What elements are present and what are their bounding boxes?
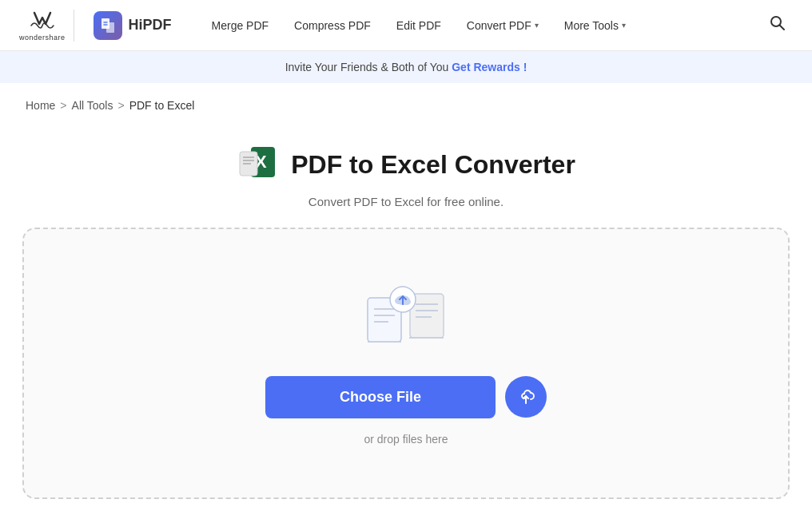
nav-menu: Merge PDF Compress PDF Edit PDF Convert … (201, 13, 762, 38)
cloud-upload-icon (516, 387, 535, 406)
page-header: X PDF to Excel Converter (237, 144, 575, 185)
nav-compress-pdf[interactable]: Compress PDF (283, 13, 382, 38)
hipdf-text: HiPDF (129, 17, 172, 34)
main-content: X PDF to Excel Converter Convert PDF to … (0, 128, 812, 527)
svg-point-21 (403, 299, 411, 305)
logo-divider (74, 10, 74, 42)
breadcrumb-home[interactable]: Home (26, 99, 55, 112)
wondershare-logo[interactable]: wondershare (19, 10, 66, 42)
breadcrumb-current: PDF to Excel (129, 99, 195, 112)
page-title: PDF to Excel Converter (291, 150, 575, 180)
breadcrumb-sep-2: > (117, 99, 124, 112)
breadcrumb-sep-1: > (60, 99, 66, 112)
wondershare-text: wondershare (19, 34, 66, 42)
drop-text: or drop files here (364, 433, 448, 446)
cloud-upload-button[interactable] (505, 376, 547, 418)
hipdf-logo[interactable]: HiPDF (94, 11, 172, 40)
pdf-excel-converter-icon: X (237, 144, 278, 185)
banner-text: Invite Your Friends & Both of You (285, 61, 452, 73)
nav-convert-pdf[interactable]: Convert PDF ▾ (456, 13, 550, 38)
header: wondershare HiPDF Merge PDF Compress PDF… (0, 0, 812, 51)
nav-more-tools[interactable]: More Tools ▾ (553, 13, 637, 38)
logo-area: wondershare HiPDF (19, 10, 172, 42)
svg-rect-1 (106, 22, 114, 33)
svg-point-20 (395, 298, 403, 304)
convert-chevron-icon: ▾ (535, 21, 539, 30)
get-rewards-link[interactable]: Get Rewards ! (452, 61, 527, 73)
upload-actions: Choose File (265, 376, 547, 418)
breadcrumb-all-tools[interactable]: All Tools (72, 99, 113, 112)
choose-file-button[interactable]: Choose File (265, 376, 496, 418)
svg-line-3 (780, 26, 785, 30)
promo-banner: Invite Your Friends & Both of You Get Re… (0, 51, 812, 83)
nav-merge-pdf[interactable]: Merge PDF (201, 13, 281, 38)
hipdf-icon (94, 11, 122, 40)
search-button[interactable] (762, 8, 793, 42)
nav-edit-pdf[interactable]: Edit PDF (385, 13, 452, 38)
wondershare-icon (28, 10, 57, 32)
search-icon (769, 14, 786, 32)
more-tools-chevron-icon: ▾ (622, 21, 626, 30)
breadcrumb: Home > All Tools > PDF to Excel (0, 83, 812, 128)
page-subtitle: Convert PDF to Excel for free online. (308, 195, 504, 208)
file-drop-zone[interactable]: Choose File or drop files here (22, 228, 790, 499)
upload-illustration (358, 282, 454, 354)
